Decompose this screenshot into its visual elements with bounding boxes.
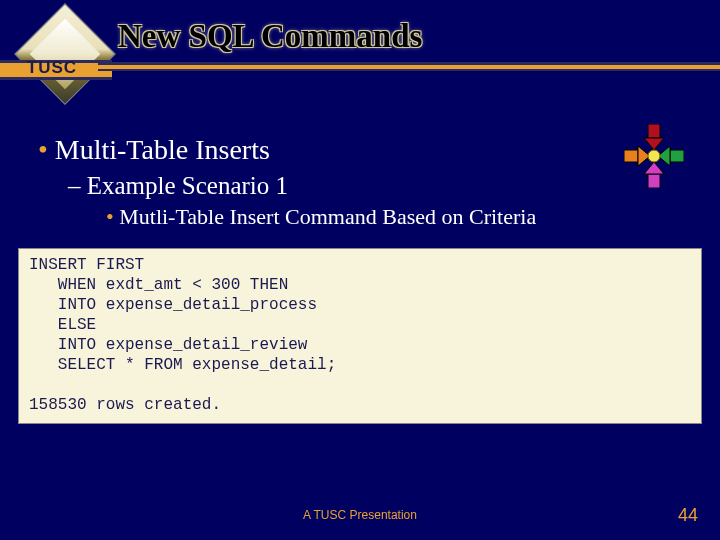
slide-body: Multi-Table Inserts Example Scenario 1 M…	[38, 134, 700, 230]
bullet-level-2: Example Scenario 1	[92, 172, 700, 200]
code-block: INSERT FIRST WHEN exdt_amt < 300 THEN IN…	[18, 248, 702, 424]
page-number: 44	[678, 505, 698, 526]
slide-title: New SQL Commands	[118, 18, 422, 55]
title-rule	[98, 69, 720, 71]
slide-header: TUSC New SQL Commands	[0, 0, 720, 100]
logo-text: TUSC	[0, 58, 112, 78]
bullet-level-1: Multi-Table Inserts	[66, 134, 700, 166]
bullet-level-3: Mutli-Table Insert Command Based on Crit…	[128, 204, 700, 230]
footer-text: A TUSC Presentation	[0, 508, 720, 522]
